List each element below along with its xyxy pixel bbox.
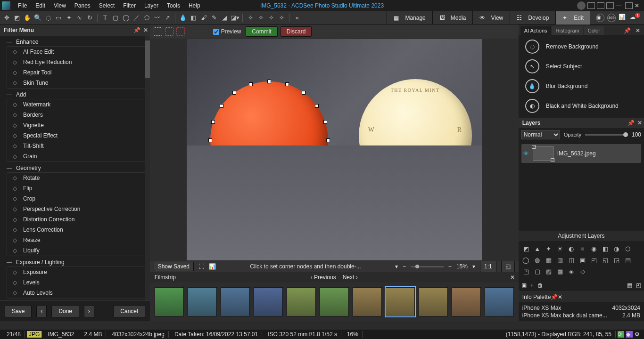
ellipse-tool-icon[interactable]: ◯: [122, 14, 130, 22]
ai-remove-bg[interactable]: ◌Remove Background: [519, 37, 644, 56]
adj-icon-5[interactable]: ≡: [578, 244, 587, 253]
filter-vignette[interactable]: ◇Vignette: [7, 120, 146, 130]
ai-select-subject[interactable]: ↖Select Subject: [519, 56, 644, 76]
thumb-5[interactable]: [320, 287, 349, 316]
group-exposure-lighting[interactable]: Exposure / Lighting: [7, 259, 146, 266]
menu-help[interactable]: Help: [185, 1, 204, 10]
select-tool-icon[interactable]: ◩: [13, 14, 21, 22]
eyedropper-tool-icon[interactable]: 💧: [179, 14, 187, 22]
adj-icon-10[interactable]: ◯: [521, 255, 531, 265]
brush-tool-icon[interactable]: 🖌: [200, 14, 207, 22]
group-add[interactable]: Add: [7, 91, 146, 98]
adj-icon-4[interactable]: ◐: [567, 244, 576, 253]
zoom-tool-icon[interactable]: 🔍: [34, 14, 41, 22]
move-tool-icon[interactable]: ✥: [3, 14, 10, 22]
adj-icon-21[interactable]: ▢: [533, 266, 542, 276]
adj-icon-13[interactable]: ▥: [555, 255, 565, 265]
filter-lens-correction[interactable]: ◇Lens Correction: [7, 225, 146, 235]
zoom-slider[interactable]: [411, 266, 444, 267]
handle[interactable]: [220, 173, 223, 177]
adj-icon-2[interactable]: ✦: [544, 244, 553, 253]
save-button[interactable]: Save: [5, 305, 32, 317]
handle[interactable]: [232, 186, 236, 190]
mode-manage[interactable]: ▦Manage: [387, 11, 432, 24]
handle[interactable]: [220, 104, 223, 108]
zoom-dropdown-icon[interactable]: ▾: [472, 263, 475, 270]
thumb-7[interactable]: [386, 287, 415, 316]
fullscreen-icon[interactable]: ⛶: [198, 263, 204, 270]
tab-color[interactable]: Color: [584, 26, 604, 35]
adj-icon-7[interactable]: ◧: [601, 244, 610, 253]
close-icon[interactable]: ✕: [635, 2, 642, 9]
handle[interactable]: [211, 120, 215, 124]
filter-crop[interactable]: ◇Crop: [7, 194, 146, 204]
filter-exposure[interactable]: ◇Exposure: [7, 267, 146, 277]
layer-delete-icon[interactable]: 🗑: [537, 282, 543, 289]
wand-tool-icon[interactable]: ✦: [65, 14, 73, 22]
layer-fx-icon[interactable]: ▦: [627, 282, 632, 289]
layout-3-icon[interactable]: [606, 2, 614, 9]
freehand-tool-icon[interactable]: ∿: [75, 14, 83, 22]
handle[interactable]: [267, 80, 271, 83]
pin-icon[interactable]: 📌: [622, 26, 633, 35]
handle[interactable]: [211, 157, 215, 161]
handle[interactable]: [302, 91, 305, 95]
zoom-fit-button[interactable]: 1:1: [480, 260, 496, 273]
discard-button[interactable]: Discard: [281, 26, 312, 37]
pen-tool-icon[interactable]: ✎: [210, 14, 218, 22]
filter-auto-levels[interactable]: ◇Auto Levels: [7, 288, 146, 298]
filmstrip[interactable]: [150, 282, 519, 321]
handle[interactable]: [315, 173, 319, 177]
histogram-icon[interactable]: 📊: [209, 263, 216, 270]
filter-repair-tool[interactable]: ◇Repair Tool: [7, 67, 146, 78]
rect-tool-icon[interactable]: ▢: [112, 14, 119, 22]
ai-tool-1-icon[interactable]: ✧: [247, 14, 254, 22]
polygon-tool-icon[interactable]: ⬠: [143, 14, 150, 22]
gear-icon[interactable]: ⚙: [635, 331, 641, 338]
thumb-4[interactable]: [287, 287, 316, 316]
thumb-9[interactable]: [452, 287, 481, 316]
commit-button[interactable]: Commit: [246, 26, 277, 37]
adj-icon-18[interactable]: ◲: [612, 255, 621, 265]
close-icon[interactable]: ✕: [637, 120, 642, 126]
group-enhance[interactable]: Enhance: [7, 39, 146, 45]
filter-flip[interactable]: ◇Flip: [7, 183, 146, 194]
selection-handles[interactable]: [210, 81, 328, 199]
cancel-button[interactable]: Cancel: [113, 305, 145, 317]
menu-layer[interactable]: Layer: [140, 1, 162, 10]
handle[interactable]: [326, 138, 330, 142]
ai-blur-bg[interactable]: 💧Blur Background: [519, 76, 644, 96]
adj-icon-24[interactable]: ◈: [567, 266, 576, 276]
adj-icon-9[interactable]: ⬡: [623, 244, 633, 253]
adj-icon-23[interactable]: ▩: [555, 266, 565, 276]
handle[interactable]: [267, 197, 271, 201]
thumb-6[interactable]: [353, 287, 382, 316]
adj-icon-12[interactable]: ▦: [544, 255, 553, 265]
mode-media[interactable]: 🖼Media: [432, 11, 473, 24]
menu-tools[interactable]: Tools: [163, 1, 184, 10]
adj-icon-8[interactable]: ◑: [612, 244, 621, 253]
handle[interactable]: [285, 82, 289, 86]
done-button[interactable]: Done: [51, 305, 79, 317]
tab-histogram[interactable]: Histogram: [552, 26, 583, 35]
filmstrip-close-icon[interactable]: ✕: [510, 274, 515, 281]
filter-liquify[interactable]: ◇Liquify: [7, 245, 146, 256]
filter-ai-face-edit[interactable]: ◇AI Face Edit: [7, 47, 146, 57]
curve-tool-icon[interactable]: 〰: [153, 14, 161, 22]
zoom-menu-icon[interactable]: ▾: [395, 263, 398, 270]
handle[interactable]: [249, 82, 253, 86]
show-saved-button[interactable]: Show Saved: [154, 262, 194, 271]
opacity-slider[interactable]: [585, 134, 628, 136]
handle[interactable]: [232, 91, 236, 95]
zoom-actual-icon[interactable]: ◰: [501, 260, 515, 273]
handle[interactable]: [302, 186, 305, 190]
group-geometry[interactable]: Geometry: [7, 165, 146, 171]
blend-mode-select[interactable]: Normal: [521, 130, 560, 139]
layout-2-icon[interactable]: [597, 2, 604, 9]
filter-rotate[interactable]: ◇Rotate: [7, 173, 146, 183]
text-tool-icon[interactable]: T: [101, 14, 109, 22]
close-panel-icon[interactable]: ✕: [143, 27, 148, 33]
filter-levels[interactable]: ◇Levels: [7, 277, 146, 288]
filter-tilt-shift[interactable]: ◇Tilt-Shift: [7, 141, 146, 151]
next-button[interactable]: ›: [84, 305, 94, 317]
